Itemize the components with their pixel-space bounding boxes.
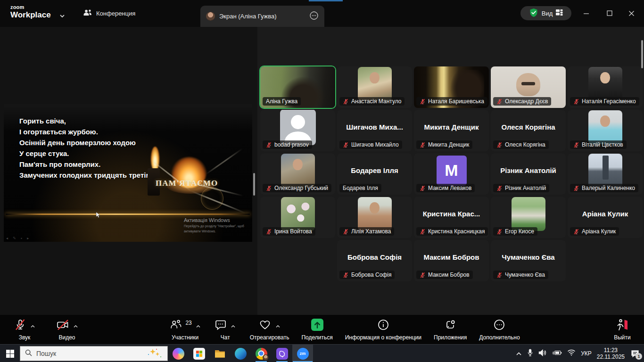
slideshow-controls[interactable]: ◂ ✎ ▪ ▸	[6, 236, 31, 240]
react-chevron[interactable]	[275, 321, 281, 330]
taskbar-app-chrome[interactable]	[251, 345, 272, 362]
taskbar-app-explorer[interactable]	[209, 345, 230, 362]
mouse-cursor	[96, 212, 100, 220]
participant-name-label: Максим Бобров	[416, 271, 473, 279]
security-shield-icon[interactable]	[529, 8, 538, 19]
language-indicator[interactable]: УКР	[581, 350, 592, 357]
participant-tile[interactable]: MМаксим Леваков	[414, 153, 489, 195]
participants-gallery: Аліна ГужваАнастасія МантулоНаталя Бариш…	[260, 66, 643, 283]
view-label: Вид	[542, 10, 553, 17]
video-button[interactable]: Видео	[55, 318, 79, 341]
participant-tile[interactable]: Кристина Крас...Кристина Красницкая	[414, 197, 489, 238]
close-button[interactable]	[623, 7, 639, 20]
participant-photo-avatar	[358, 197, 392, 231]
tray-mic-icon[interactable]	[527, 349, 533, 359]
shared-screen-pane: Горить свіча,І огортається журбою.Осінні…	[0, 27, 257, 315]
mic-muted-icon	[14, 319, 26, 333]
taskbar-clock[interactable]: 11:23 22.11.2025	[597, 347, 625, 360]
scrollbar-thumb[interactable]	[253, 173, 255, 196]
muted-mic-icon	[496, 99, 503, 105]
view-button[interactable]: Вид	[520, 6, 571, 20]
participant-tile[interactable]: Ірина Войтова	[260, 197, 335, 238]
participant-tile[interactable]: Максим БобровМаксим Бобров	[414, 240, 489, 281]
participant-tile[interactable]: Егор Киосе	[491, 197, 566, 238]
taskbar-app-zoom[interactable]: zm	[292, 345, 313, 362]
participant-tile[interactable]: Боброва СофіяБоброва Софія	[337, 240, 412, 281]
gold-glow-line	[6, 214, 250, 215]
participant-tile[interactable]: Олександр Дєєв	[491, 66, 566, 108]
notification-center-icon[interactable]: 1	[630, 348, 640, 359]
emblem-ring	[201, 187, 223, 210]
taskbar-app-store[interactable]	[189, 345, 209, 362]
taskbar-search-input[interactable]: Пошук	[20, 346, 168, 361]
taskbar-app-edge[interactable]	[230, 345, 251, 362]
react-button[interactable]: Отреагировать	[250, 318, 289, 341]
participant-tile[interactable]: Шигачов Миха...Шигачов Михайло	[337, 110, 412, 151]
participant-photo-avatar	[588, 154, 622, 188]
tab-more-icon[interactable]	[309, 11, 319, 22]
share-screen-button[interactable]: Поделиться	[301, 318, 332, 341]
muted-mic-icon	[496, 185, 503, 191]
participant-tile[interactable]: Наталя Баришевська	[414, 66, 489, 108]
minimize-button[interactable]	[578, 7, 594, 20]
participant-photo-avatar	[281, 154, 315, 188]
muted-mic-icon	[420, 99, 426, 105]
participant-tile[interactable]: Чумаченко ЄваЧумаченко Єва	[491, 240, 566, 281]
leave-button[interactable]: Выйти	[610, 318, 635, 341]
meeting-info-button[interactable]: Информация о конференции	[345, 318, 421, 341]
participants-label: Участники	[172, 334, 198, 341]
poem-line: Замучених голодних тридцять третім.	[19, 170, 153, 181]
apps-button[interactable]: Приложения	[434, 318, 467, 341]
participant-tile[interactable]: Аріана КуликАріана Кулик	[568, 197, 643, 238]
muted-mic-icon	[573, 185, 579, 191]
participant-photo-avatar	[588, 110, 622, 144]
participant-name-label: Олеся Корягіна	[493, 140, 549, 149]
taskbar-app-viber[interactable]	[272, 345, 292, 362]
participant-tile[interactable]: Олександр Губський	[260, 153, 335, 195]
tray-wifi-icon[interactable]	[567, 349, 576, 358]
participant-tile[interactable]: Лілія Хатамова	[337, 197, 412, 238]
tray-battery-icon[interactable]	[552, 349, 562, 358]
participant-name-label: Анастасія Мантуло	[339, 97, 405, 106]
start-button[interactable]	[0, 345, 20, 362]
participant-center-name: Аріана Кулик	[568, 210, 643, 218]
participant-tile[interactable]: Бодарев ІлляБодарев Ілля	[337, 153, 412, 195]
participant-tile[interactable]: Різник АнатолійРізник Анатолій	[491, 153, 566, 195]
participant-tile[interactable]: bodad prasov	[260, 110, 335, 151]
participants-chevron[interactable]	[196, 321, 201, 330]
chevron-down-icon[interactable]	[59, 11, 65, 20]
video-options-chevron[interactable]	[73, 321, 78, 330]
participant-tile[interactable]: Валерый Калиненко	[568, 153, 643, 195]
chat-button[interactable]: Чат	[213, 318, 238, 341]
participant-tile[interactable]: Микита ДенщикМикита Денщик	[414, 110, 489, 151]
participant-tile[interactable]: Віталій Цвєтков	[568, 110, 643, 151]
presentation-slide: Горить свіча,І огортається журбою.Осінні…	[4, 104, 252, 242]
tab-conference[interactable]: Конференция	[83, 0, 135, 27]
audio-options-chevron[interactable]	[30, 321, 35, 330]
edge-icon	[235, 348, 247, 360]
participant-name-label: Валерый Калиненко	[570, 184, 638, 192]
participants-button[interactable]: 23 Участники	[169, 318, 200, 341]
participant-name-label: Наталя Баришевська	[416, 97, 487, 106]
tab-screen-active[interactable]: Экран (Аліна Гужва)	[200, 6, 324, 27]
logo-line-workplace: Workplace	[10, 11, 51, 19]
participant-tile[interactable]: Аліна Гужва	[260, 66, 335, 108]
muted-mic-icon	[343, 142, 349, 148]
watermark-line: Перейдіть до розділу "Настройки", щоб	[184, 224, 244, 228]
clock-date: 22.11.2025	[597, 354, 625, 360]
chat-chevron[interactable]	[231, 321, 236, 330]
scrollbar-thumb[interactable]	[641, 40, 643, 68]
participant-tile[interactable]: Наталія Герасіменко	[568, 66, 643, 108]
tab-screen-label: Экран (Аліна Гужва)	[219, 13, 305, 20]
muted-mic-icon	[266, 229, 272, 235]
participant-tile[interactable]: Олеся КорягінаОлеся Корягіна	[491, 110, 566, 151]
more-button[interactable]: Дополнительно	[479, 318, 520, 341]
participant-tile[interactable]: Анастасія Мантуло	[337, 66, 412, 108]
participant-photo-avatar	[281, 197, 315, 231]
tray-speaker-icon[interactable]	[538, 349, 547, 358]
taskbar-app-copilot[interactable]	[168, 345, 189, 362]
tray-chevron-icon[interactable]	[516, 349, 522, 358]
audio-label: Звук	[19, 334, 31, 341]
maximize-button[interactable]	[602, 7, 618, 20]
audio-button[interactable]: Звук	[12, 318, 37, 341]
